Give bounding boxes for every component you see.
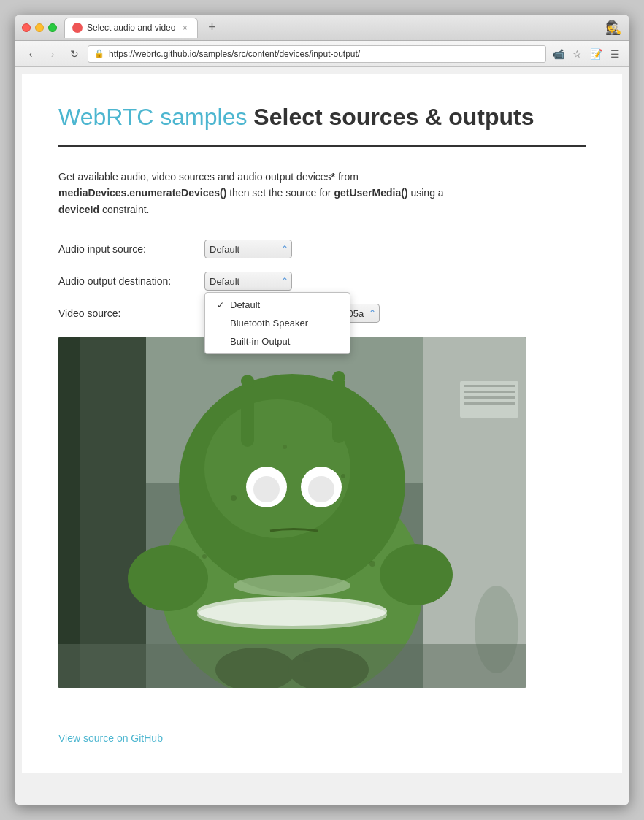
dropdown-item-default[interactable]: ✓ Default bbox=[205, 296, 350, 314]
dropdown-label-default: Default bbox=[230, 299, 260, 310]
dropdown-label-bluetooth: Bluetooth Speaker bbox=[230, 318, 308, 329]
svg-rect-4 bbox=[464, 385, 515, 387]
section-divider bbox=[58, 710, 586, 710]
spy-icon: 🕵️ bbox=[605, 19, 622, 37]
audio-output-select[interactable]: Default Bluetooth Speaker Built-in Outpu… bbox=[204, 272, 292, 291]
audio-output-row: Audio output destination: Default Blueto… bbox=[58, 272, 586, 291]
desc-text4: using a bbox=[408, 187, 444, 199]
menu-icon[interactable]: ☰ bbox=[607, 47, 622, 61]
brand-text: WebRTC samples bbox=[58, 104, 247, 130]
note-icon[interactable]: 📝 bbox=[589, 47, 603, 61]
forward-button[interactable]: › bbox=[44, 45, 61, 63]
svg-point-31 bbox=[369, 561, 375, 567]
svg-point-30 bbox=[202, 554, 207, 559]
maximize-button[interactable] bbox=[48, 23, 57, 32]
desc-code3: deviceId bbox=[58, 204, 99, 215]
dropdown-label-builtin: Built-in Output bbox=[230, 336, 290, 347]
audio-output-dropdown[interactable]: ✓ Default Bluetooth Speaker Built-in Out… bbox=[204, 292, 350, 354]
desc-text3: then set the source for bbox=[226, 187, 334, 199]
tab-bar: Select audio and video × + bbox=[64, 18, 605, 38]
close-button[interactable] bbox=[22, 23, 31, 32]
description: Get available audio, video sources and a… bbox=[58, 169, 586, 218]
page-title: WebRTC samples Select sources & outputs bbox=[58, 104, 586, 131]
dropdown-item-bluetooth[interactable]: Bluetooth Speaker bbox=[205, 314, 350, 332]
svg-rect-6 bbox=[464, 396, 515, 399]
svg-rect-9 bbox=[58, 337, 80, 688]
desc-text5: constraint. bbox=[99, 204, 149, 215]
svg-point-19 bbox=[253, 476, 280, 502]
form-section: Audio input source: Default ⌃ Audio outp… bbox=[58, 240, 586, 323]
svg-point-16 bbox=[332, 371, 345, 384]
svg-point-27 bbox=[234, 575, 350, 597]
window-controls: 🕵️ bbox=[605, 19, 622, 37]
svg-point-21 bbox=[128, 545, 208, 611]
svg-point-20 bbox=[308, 476, 334, 502]
url-text: https://webrtc.github.io/samples/src/con… bbox=[109, 49, 360, 59]
traffic-lights bbox=[22, 23, 57, 32]
audio-input-select[interactable]: Default bbox=[204, 240, 292, 258]
page-header: WebRTC samples Select sources & outputs bbox=[58, 104, 586, 147]
svg-rect-5 bbox=[464, 391, 515, 393]
audio-input-select-wrapper: Default ⌃ bbox=[204, 240, 292, 258]
tab-close-button[interactable]: × bbox=[180, 23, 190, 33]
desc-code1: mediaDevices.enumerateDevices() bbox=[58, 187, 226, 199]
bookmark-icon[interactable]: ☆ bbox=[570, 47, 584, 61]
desc-code2: getUserMedia() bbox=[334, 187, 407, 199]
svg-point-32 bbox=[283, 445, 287, 449]
video-icon[interactable]: 📹 bbox=[551, 47, 565, 61]
video-source-label: Video source: bbox=[58, 307, 204, 319]
android-svg bbox=[58, 337, 526, 688]
active-tab[interactable]: Select audio and video × bbox=[64, 18, 198, 38]
svg-rect-15 bbox=[332, 378, 345, 443]
desc-text1: Get available audio, video sources and a… bbox=[58, 171, 331, 183]
nav-right-controls: 📹 ☆ 📝 ☰ bbox=[551, 47, 622, 61]
page-content: WebRTC samples Select sources & outputs … bbox=[22, 74, 622, 773]
new-tab-button[interactable]: + bbox=[202, 18, 222, 38]
github-link[interactable]: View source on GitHub bbox=[58, 732, 163, 744]
svg-rect-7 bbox=[464, 402, 515, 405]
video-feed bbox=[58, 337, 526, 688]
svg-point-29 bbox=[341, 474, 345, 478]
audio-input-row: Audio input source: Default ⌃ bbox=[58, 240, 586, 258]
audio-output-label: Audio output destination: bbox=[58, 275, 204, 287]
svg-point-22 bbox=[380, 544, 453, 605]
back-button[interactable]: ‹ bbox=[22, 45, 39, 63]
browser-window: Select audio and video × + 🕵️ ‹ › ↻ 🔒 ht… bbox=[15, 15, 629, 805]
audio-output-select-wrapper: Default Bluetooth Speaker Built-in Outpu… bbox=[204, 272, 292, 291]
nav-bar: ‹ › ↻ 🔒 https://webrtc.github.io/samples… bbox=[15, 41, 629, 67]
address-bar[interactable]: 🔒 https://webrtc.github.io/samples/src/c… bbox=[88, 45, 546, 63]
svg-point-28 bbox=[231, 495, 237, 501]
refresh-button[interactable]: ↻ bbox=[66, 45, 83, 63]
svg-rect-35 bbox=[58, 644, 526, 688]
title-bar: Select audio and video × + 🕵️ bbox=[15, 15, 629, 41]
tab-title: Select audio and video bbox=[87, 23, 175, 33]
desc-text2: from bbox=[335, 171, 359, 183]
svg-point-24 bbox=[197, 600, 387, 629]
minimize-button[interactable] bbox=[35, 23, 44, 32]
lock-icon: 🔒 bbox=[94, 49, 104, 58]
audio-input-label: Audio input source: bbox=[58, 243, 204, 255]
main-title-text: Select sources & outputs bbox=[253, 104, 534, 130]
tab-favicon bbox=[72, 23, 83, 33]
svg-rect-13 bbox=[241, 381, 254, 447]
dropdown-item-builtin[interactable]: Built-in Output bbox=[205, 332, 350, 350]
check-icon: ✓ bbox=[217, 300, 226, 310]
svg-point-14 bbox=[241, 375, 254, 388]
